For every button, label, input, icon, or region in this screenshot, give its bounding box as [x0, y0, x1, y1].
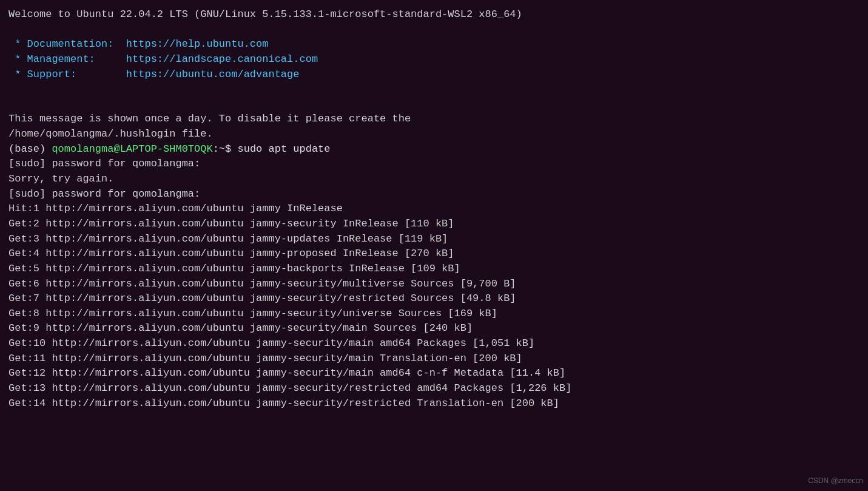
get-9-line: Get:9 http://mirrors.aliyun.com/ubuntu j… [8, 321, 860, 336]
msg-line-2: /home/qomolangma/.hushlogin file. [8, 127, 860, 142]
sudo-pass-line-1: [sudo] password for qomolangma: [8, 157, 860, 172]
prompt-line: (base) qomolangma@LAPTOP-SHM0TOQK:~$ sud… [8, 142, 860, 157]
msg-line-1: This message is shown once a day. To dis… [8, 112, 860, 127]
get-4-line: Get:4 http://mirrors.aliyun.com/ubuntu j… [8, 246, 860, 262]
get-7-line: Get:7 http://mirrors.aliyun.com/ubuntu j… [8, 291, 860, 306]
get-3-line: Get:3 http://mirrors.aliyun.com/ubuntu j… [8, 232, 860, 247]
welcome-line: Welcome to Ubuntu 22.04.2 LTS (GNU/Linux… [8, 7, 860, 22]
watermark: CSDN @zmeccn [808, 476, 863, 486]
sorry-line: Sorry, try again. [8, 172, 860, 187]
blank-line-2 [8, 82, 860, 97]
get-13-line: Get:13 http://mirrors.aliyun.com/ubuntu … [8, 381, 860, 396]
get-2-line: Get:2 http://mirrors.aliyun.com/ubuntu j… [8, 217, 860, 232]
get-14-line: Get:14 http://mirrors.aliyun.com/ubuntu … [8, 396, 860, 411]
terminal-output: Welcome to Ubuntu 22.04.2 LTS (GNU/Linux… [8, 7, 860, 411]
doc-line: * Documentation: https://help.ubuntu.com [8, 37, 860, 52]
hit-1-line: Hit:1 http://mirrors.aliyun.com/ubuntu j… [8, 201, 860, 217]
get-10-line: Get:10 http://mirrors.aliyun.com/ubuntu … [8, 336, 860, 351]
sudo-pass-line-2: [sudo] password for qomolangma: [8, 187, 860, 202]
get-12-line: Get:12 http://mirrors.aliyun.com/ubuntu … [8, 366, 860, 381]
mgmt-line: * Management: https://landscape.canonica… [8, 52, 860, 67]
get-11-line: Get:11 http://mirrors.aliyun.com/ubuntu … [8, 351, 860, 367]
get-6-line: Get:6 http://mirrors.aliyun.com/ubuntu j… [8, 277, 860, 292]
blank-line-1 [8, 22, 860, 38]
support-line: * Support: https://ubuntu.com/advantage [8, 67, 860, 83]
get-5-line: Get:5 http://mirrors.aliyun.com/ubuntu j… [8, 262, 860, 277]
blank-line-3 [8, 97, 860, 112]
get-8-line: Get:8 http://mirrors.aliyun.com/ubuntu j… [8, 306, 860, 322]
